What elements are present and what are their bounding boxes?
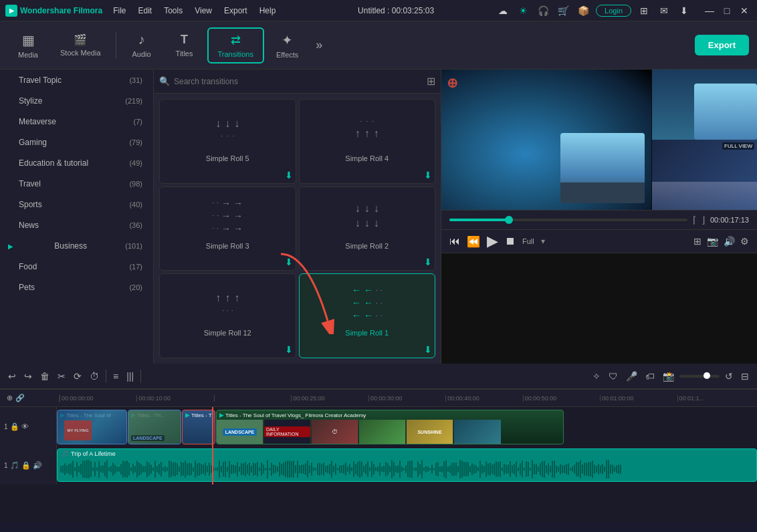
menu-export[interactable]: Export	[219, 5, 253, 17]
sidebar-item-sports[interactable]: Sports (40)	[3, 194, 150, 215]
grid-view-icon[interactable]: ⊞	[637, 3, 651, 18]
sidebar-item-metaverse[interactable]: Metaverse (7)	[3, 112, 150, 132]
play-button[interactable]: ▶	[487, 233, 498, 250]
audio-waveform	[58, 458, 756, 480]
cloud-icon[interactable]: ☁	[496, 3, 510, 18]
clip-4-thumbnails: LANDSCAPE DAILY INFORMATION ⏱	[217, 420, 563, 444]
app-name: Wondershare Filmora	[20, 6, 102, 15]
toolbar-titles[interactable]: T Titles	[165, 29, 205, 61]
toolbar-media[interactable]: ▦ Media	[8, 28, 48, 63]
collapse-icon[interactable]: ⊟	[738, 368, 752, 384]
login-button[interactable]: Login	[596, 5, 631, 17]
audio-lock-icon[interactable]: 🔒	[21, 461, 31, 470]
adjust-icon[interactable]: ≡	[110, 368, 121, 384]
settings-icon[interactable]: ⚙	[740, 236, 749, 247]
mic-icon[interactable]: 🎤	[623, 368, 640, 384]
toolbar-transitions[interactable]: ⇄ Transitions	[207, 27, 264, 63]
cut-icon[interactable]: ✂	[55, 368, 68, 384]
photo-icon[interactable]: 📸	[660, 368, 677, 384]
tag-icon[interactable]: 🏷	[643, 368, 657, 384]
audio-adjust-icon[interactable]: |||	[124, 368, 136, 384]
ruler-30: 00:00:30:00	[368, 395, 445, 402]
zoom-dropdown-icon[interactable]: ▾	[541, 237, 545, 246]
video-track-content: ▶ Titles - The Soul of MY FLYING ▶ Title…	[57, 407, 757, 446]
video-clip-2[interactable]: ▶ Titles - Th... LANDSCAPE	[128, 410, 181, 444]
transition-name: Simple Roll 2	[305, 242, 430, 250]
download-icon[interactable]: ⬇	[677, 3, 691, 18]
transition-simple-roll-1[interactable]: ← ← ·· ← ← ·· ← ← ··	[299, 273, 436, 358]
transition-simple-roll-2[interactable]: ↓ ↓ ↓ ↓ ↓ ↓ ⬇ Simple Roll 2	[299, 186, 436, 271]
transition-simple-roll-5[interactable]: ↓ ↓ ↓ · · · ⬇ Simple Roll 5	[159, 99, 296, 184]
music-icon[interactable]: 🎵	[10, 461, 19, 470]
preview-progress: ⌈ ⌋ 00:00:17:13	[441, 210, 757, 230]
cart-icon[interactable]: 🛒	[556, 3, 570, 18]
refresh-icon[interactable]: ↺	[722, 368, 736, 384]
video-track-controls: 1 🔒 👁	[0, 407, 57, 446]
search-input[interactable]	[174, 77, 423, 86]
clip-4-label: ▶ Titles - The Soul of Travel Vlogs_ Fil…	[219, 412, 366, 418]
audio-clip[interactable]: 🎵 Trip of A Lifetime	[57, 448, 757, 482]
menu-edit[interactable]: Edit	[132, 5, 157, 17]
ruler-25: 00:00:25:00	[291, 395, 368, 402]
video-playhead	[212, 407, 213, 446]
menu-tools[interactable]: Tools	[158, 5, 188, 17]
delete-icon[interactable]: 🗑	[37, 368, 52, 384]
export-button[interactable]: Export	[695, 35, 749, 55]
progress-bar[interactable]	[449, 219, 687, 221]
magic-icon[interactable]: ✧	[590, 368, 603, 384]
sidebar-item-business[interactable]: ▶ Business (101)	[3, 236, 150, 256]
speed-slider[interactable]	[679, 375, 720, 378]
sidebar-item-gaming[interactable]: Gaming (79)	[3, 132, 150, 152]
toolbar-stock[interactable]: 🎬 Stock Media	[51, 29, 110, 61]
toolbar-effects[interactable]: ✦ Effects	[267, 28, 308, 63]
sidebar-item-stylize[interactable]: Stylize (219)	[3, 91, 150, 111]
sidebar-item-pets[interactable]: Pets (20)	[3, 277, 150, 297]
sidebar-item-travel[interactable]: Travel (98)	[3, 174, 150, 194]
minimize-button[interactable]: —	[702, 3, 717, 18]
sidebar-item-news[interactable]: News (36)	[3, 215, 150, 235]
video-lock-icon[interactable]: 🔒	[10, 422, 19, 431]
sun-icon[interactable]: ☀	[516, 3, 530, 18]
camera-icon[interactable]: 📷	[707, 236, 718, 247]
redo-icon[interactable]: ↪	[21, 368, 35, 384]
toolbar-audio[interactable]: ♪ Audio	[122, 28, 162, 62]
maximize-button[interactable]: □	[720, 3, 734, 18]
skip-back-button[interactable]: ⏮	[449, 235, 460, 247]
frame-back-button[interactable]: ⏪	[467, 235, 480, 248]
logo-icon: ▶	[5, 5, 17, 17]
toolbar-more[interactable]: »	[310, 33, 328, 57]
progress-handle[interactable]	[505, 216, 513, 224]
video-clip-4[interactable]: ▶ Titles - The Soul of Travel Vlogs_ Fil…	[216, 410, 564, 444]
mail-icon[interactable]: ✉	[657, 3, 671, 18]
video-clip-1[interactable]: ▶ Titles - The Soul of MY FLYING	[57, 410, 127, 444]
menu-help[interactable]: Help	[254, 5, 282, 17]
transition-simple-roll-3[interactable]: ·· → → ·· → → ·· → →	[159, 186, 296, 271]
transition-simple-roll-12[interactable]: ↑ ↑ ↑ · · · ⬇ Simple Roll 12	[159, 273, 296, 358]
titlebar-icons: ☁ ☀ 🎧 🛒 📦 Login ⊞ ✉ ⬇	[496, 3, 691, 18]
volume-icon[interactable]: 🔊	[724, 236, 735, 247]
sidebar-item-education[interactable]: Education & tutorial (49)	[3, 153, 150, 173]
menu-file[interactable]: File	[108, 5, 131, 17]
transition-preview-1: ← ← ·· ← ← ·· ← ← ··	[305, 279, 430, 326]
box-icon[interactable]: 📦	[576, 3, 590, 18]
timeline-ruler-header: ⊕ 🔗 00:00:00:00 00:00:10:00 00:00:25:00 …	[0, 390, 757, 407]
menu-view[interactable]: View	[189, 5, 217, 17]
sidebar-item-travel-topic[interactable]: Travel Topic (31)	[3, 70, 150, 90]
transition-simple-roll-4[interactable]: · · · ↑ ↑ ↑ ⬇ Simple Roll 4	[299, 99, 436, 184]
video-clip-3[interactable]: ▶ Titles - T ✂	[182, 410, 215, 444]
preview-thumb1: FULL VIEW	[652, 70, 757, 210]
video-eye-icon[interactable]: 👁	[21, 422, 29, 430]
audio-mute-icon[interactable]: 🔊	[33, 461, 42, 470]
shield-icon[interactable]: 🛡	[606, 368, 621, 384]
undo-icon[interactable]: ↩	[5, 368, 19, 384]
add-track-icon[interactable]: ⊕	[7, 394, 13, 402]
snapshot-icon[interactable]: ⊞	[693, 236, 701, 247]
timer-icon[interactable]: ⏱	[87, 368, 102, 384]
grid-layout-icon[interactable]: ⊞	[427, 75, 435, 88]
headphone-icon[interactable]: 🎧	[536, 3, 550, 18]
close-button[interactable]: ✕	[737, 3, 752, 18]
link-icon[interactable]: 🔗	[15, 394, 25, 402]
stop-button[interactable]: ⏹	[505, 235, 516, 247]
rotate-icon[interactable]: ⟳	[71, 368, 84, 384]
sidebar-item-food[interactable]: Food (17)	[3, 257, 150, 277]
